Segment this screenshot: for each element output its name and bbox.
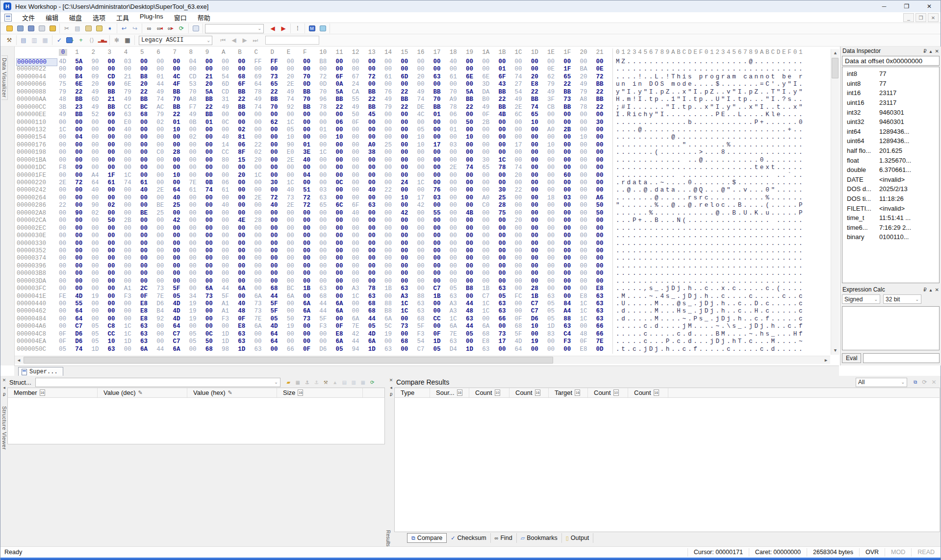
- hex-byte[interactable]: 4D: [75, 293, 90, 300]
- hex-byte[interactable]: 05: [287, 126, 302, 133]
- hex-byte[interactable]: 00: [173, 263, 187, 269]
- column-header-count[interactable]: Count10: [588, 388, 628, 397]
- open-file-icon[interactable]: [4, 24, 14, 33]
- hex-byte[interactable]: 00: [205, 195, 220, 201]
- hex-byte[interactable]: E8: [140, 316, 155, 322]
- hex-byte[interactable]: 00: [433, 225, 448, 232]
- hex-byte[interactable]: 61: [222, 187, 236, 194]
- collapse-icon[interactable]: ▴: [930, 287, 932, 292]
- hex-byte[interactable]: 00: [238, 293, 253, 300]
- hex-byte[interactable]: 30: [482, 157, 497, 164]
- hex-byte[interactable]: 00: [466, 58, 481, 65]
- hex-byte[interactable]: 00: [531, 346, 546, 353]
- hex-byte[interactable]: 22: [531, 89, 546, 96]
- hex-byte[interactable]: 00: [271, 263, 285, 269]
- hex-byte[interactable]: 00: [417, 58, 432, 65]
- hex-byte[interactable]: BB: [173, 89, 187, 96]
- hex-byte[interactable]: C7: [433, 285, 448, 292]
- hex-byte[interactable]: 00: [238, 202, 253, 209]
- hex-byte[interactable]: 00: [287, 270, 302, 277]
- bit-width-select[interactable]: 32 bit ⌄: [883, 294, 921, 304]
- hex-byte[interactable]: 01: [319, 126, 334, 133]
- hex-byte[interactable]: 49: [156, 89, 171, 96]
- hex-byte[interactable]: 54: [515, 89, 530, 96]
- hex-byte[interactable]: 00: [287, 240, 302, 247]
- hex-byte[interactable]: 00: [433, 164, 448, 171]
- encoding-select[interactable]: Legacy ASCII⌄: [139, 36, 212, 45]
- hex-byte[interactable]: 63: [450, 338, 464, 345]
- hex-byte[interactable]: C7: [531, 300, 546, 307]
- hex-byte[interactable]: 4E: [238, 217, 253, 224]
- hex-byte[interactable]: 00: [205, 270, 220, 277]
- hex-byte[interactable]: 1C: [450, 316, 464, 322]
- hex-byte[interactable]: 40: [303, 157, 318, 164]
- hex-byte[interactable]: 20: [287, 73, 302, 80]
- hex-byte[interactable]: 00: [124, 210, 139, 217]
- hex-byte[interactable]: 00: [563, 293, 578, 300]
- hex-byte[interactable]: 17: [417, 195, 432, 201]
- hex-byte[interactable]: C4: [563, 331, 578, 338]
- hex-byte[interactable]: 00: [596, 255, 611, 262]
- hex-byte[interactable]: 28: [254, 217, 269, 224]
- hex-byte[interactable]: F7: [189, 104, 204, 111]
- hex-byte[interactable]: 00: [205, 217, 220, 224]
- hex-byte[interactable]: 00: [319, 255, 334, 262]
- hex-byte[interactable]: 00: [563, 157, 578, 164]
- hex-byte[interactable]: 20: [515, 217, 530, 224]
- hex-byte[interactable]: 00: [368, 232, 383, 239]
- hex-byte[interactable]: 00: [563, 149, 578, 156]
- hex-byte[interactable]: 40: [140, 187, 155, 194]
- hex-byte[interactable]: 72: [271, 195, 285, 201]
- hex-byte[interactable]: 20: [205, 81, 220, 88]
- hex-byte[interactable]: 00: [384, 255, 399, 262]
- hex-byte[interactable]: 00: [173, 157, 187, 164]
- hex-byte[interactable]: 63: [140, 331, 155, 338]
- hex-byte[interactable]: 00: [108, 149, 123, 156]
- hex-byte[interactable]: BB: [108, 89, 123, 96]
- hex-byte[interactable]: 00: [531, 164, 546, 171]
- hex-byte[interactable]: 00: [563, 346, 578, 353]
- hex-byte[interactable]: 4C: [417, 111, 432, 118]
- hex-byte[interactable]: 6F: [238, 81, 253, 88]
- hex-byte[interactable]: 00: [91, 232, 106, 239]
- hex-byte[interactable]: 00: [205, 210, 220, 217]
- hex-byte[interactable]: 00: [531, 263, 546, 269]
- hex-byte[interactable]: 1F: [563, 66, 578, 73]
- hex-byte[interactable]: 00: [466, 195, 481, 201]
- hex-byte[interactable]: 20: [580, 73, 594, 80]
- edit-structure-icon[interactable]: ⚒: [322, 379, 330, 386]
- tab-data-visualizer[interactable]: Data Visualizer: [1, 55, 8, 100]
- hex-byte[interactable]: 00: [335, 316, 350, 322]
- hex-byte[interactable]: 00: [368, 225, 383, 232]
- hex-byte[interactable]: 00: [319, 240, 334, 247]
- hex-byte[interactable]: 00: [498, 263, 513, 269]
- hex-byte[interactable]: 79: [59, 89, 74, 96]
- hex-byte[interactable]: 2C: [140, 285, 155, 292]
- mdi-close-button[interactable]: ✕: [928, 13, 939, 22]
- hex-byte[interactable]: 00: [108, 300, 123, 307]
- hex-byte[interactable]: 6C: [515, 111, 530, 118]
- hex-byte[interactable]: 00: [75, 172, 90, 179]
- hex-byte[interactable]: 00: [466, 232, 481, 239]
- hex-byte[interactable]: 00: [205, 232, 220, 239]
- hex-byte[interactable]: 00: [547, 111, 562, 118]
- hex-byte[interactable]: 00: [368, 126, 383, 133]
- tab-checksum[interactable]: ✓Checksum: [447, 533, 490, 543]
- hex-byte[interactable]: 00: [156, 331, 171, 338]
- hex-byte[interactable]: CD: [108, 73, 123, 80]
- close-panel-icon[interactable]: ✕: [935, 287, 939, 292]
- hex-byte[interactable]: 00: [59, 285, 74, 292]
- hex-byte[interactable]: 00: [254, 119, 269, 126]
- hex-byte[interactable]: 00: [238, 270, 253, 277]
- vertical-scroll-thumb[interactable]: [832, 58, 839, 78]
- hex-byte[interactable]: 00: [466, 172, 481, 179]
- hex-byte[interactable]: 00: [156, 255, 171, 262]
- hex-byte[interactable]: 00: [287, 58, 302, 65]
- hex-byte[interactable]: 00: [238, 119, 253, 126]
- hex-byte[interactable]: 00: [124, 187, 139, 194]
- hex-byte[interactable]: 40: [173, 195, 187, 201]
- hex-byte[interactable]: 25: [156, 210, 171, 217]
- hex-byte[interactable]: 00: [515, 179, 530, 186]
- hex-byte[interactable]: 00: [222, 263, 236, 269]
- hex-byte[interactable]: 00: [563, 278, 578, 285]
